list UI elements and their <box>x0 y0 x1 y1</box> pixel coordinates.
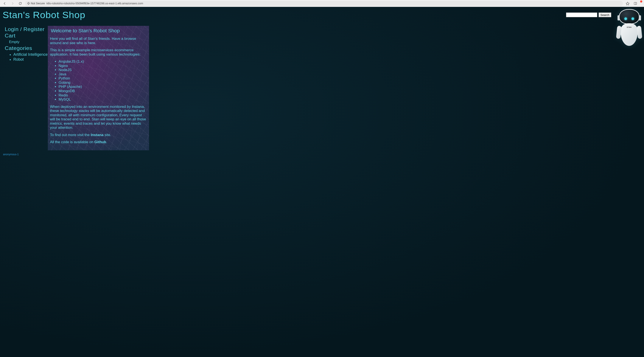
desc-text: This is a simple example microservices e… <box>50 48 147 56</box>
tech-item: MongoDB <box>58 89 147 93</box>
app-body: Stan's Robot Shop Search STAN Login / Re… <box>0 7 644 357</box>
tech-item: Nginx <box>58 64 147 68</box>
categories-heading: Categories <box>5 45 50 51</box>
user-id-footnote: anonymous-1 <box>3 153 642 156</box>
intro-text: Here you will find all of Stan's friends… <box>50 36 147 45</box>
github-link[interactable]: Github <box>94 140 106 144</box>
cart-status: Empty <box>9 39 48 45</box>
tech-item: Python <box>58 76 147 80</box>
tech-item: PHP (Apache) <box>58 84 147 89</box>
tech-item: AngularJS (1.x) <box>58 60 147 64</box>
tech-item: Java <box>58 72 147 76</box>
reload-button[interactable] <box>17 0 23 6</box>
search-button[interactable]: Search <box>598 12 611 17</box>
code-line: All the code is available on Github. <box>50 140 147 144</box>
search-input[interactable] <box>566 12 597 17</box>
bookmark-star-icon[interactable] <box>624 0 631 6</box>
url-text: k8s-robotsho-robotsho-55094ff83e-1577462… <box>46 2 143 5</box>
cart-link[interactable]: Cart <box>5 33 50 39</box>
tech-item: Golang <box>58 80 147 85</box>
back-button[interactable] <box>2 0 8 6</box>
more-line: To find out more visit the Instana site. <box>50 133 147 137</box>
svg-rect-3 <box>634 2 637 4</box>
tech-item: NodeJS <box>58 68 147 72</box>
window-indicator-icon <box>640 0 642 2</box>
instana-link[interactable]: Instana <box>91 133 104 137</box>
svg-marker-2 <box>626 2 629 5</box>
browser-toolbar: Not Secure k8s-robotsho-robotsho-55094ff… <box>0 0 644 7</box>
header: Stan's Robot Shop Search <box>2 9 642 22</box>
code-pre: All the code is available on <box>50 140 94 144</box>
mascot-label: STAN <box>627 26 632 28</box>
body-row: Login / Register Cart Empty Categories A… <box>2 26 642 150</box>
search-area: Search <box>566 12 611 17</box>
more-post: site. <box>104 133 111 137</box>
login-register-link[interactable]: Login / Register <box>5 26 50 32</box>
sidebar: Login / Register Cart Empty Categories A… <box>2 26 48 62</box>
security-label: Not Secure <box>31 2 45 5</box>
security-badge: Not Secure <box>27 2 45 5</box>
forward-button[interactable] <box>10 0 16 6</box>
more-pre: To find out more visit the <box>50 133 91 137</box>
tech-item: MySQL <box>58 97 147 102</box>
category-item[interactable]: Robot <box>13 57 48 62</box>
url-bar[interactable]: Not Secure k8s-robotsho-robotsho-55094ff… <box>25 1 623 6</box>
welcome-title: Welcome to Stan's Robot Shop <box>51 28 152 34</box>
category-item[interactable]: Artificial Intelligence <box>13 52 48 57</box>
categories-list: Artificial Intelligence Robot <box>9 52 48 62</box>
code-post: . <box>106 140 107 144</box>
site-title: Stan's Robot Shop <box>2 10 85 20</box>
tech-item: Redis <box>58 93 147 98</box>
monitor-text: When deployed into an environment monito… <box>50 105 147 130</box>
tech-list: AngularJS (1.x) Nginx NodeJS Java Python… <box>50 60 147 102</box>
robot-mascot-icon: STAN <box>615 9 643 55</box>
side-panel-icon[interactable] <box>632 0 638 6</box>
main-panel: Welcome to Stan's Robot Shop Here you wi… <box>48 26 149 150</box>
